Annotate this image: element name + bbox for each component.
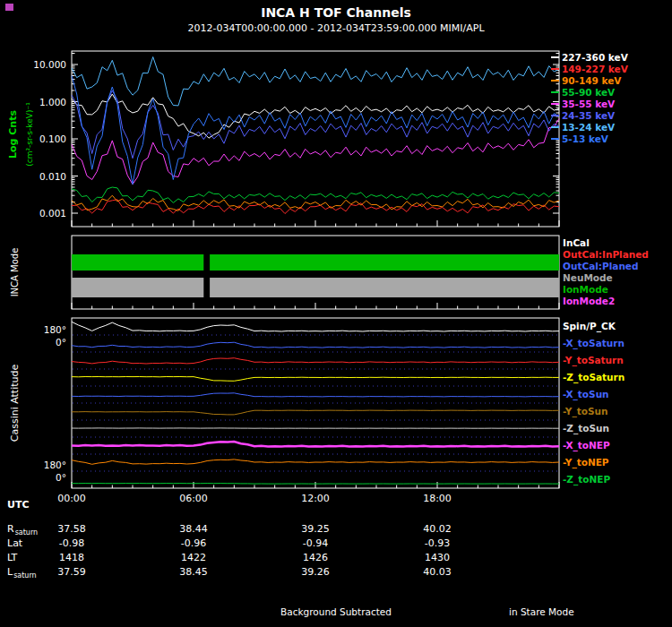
stare-mode-note: in Stare Mode: [509, 606, 574, 617]
attitude-series--Y_toSun: [72, 410, 559, 415]
counts-series-13-24 keV: [72, 57, 559, 106]
plot-canvas: [0, 0, 672, 627]
mode-frame: [72, 236, 559, 309]
attitude-series--Z_toSaturn: [72, 377, 559, 382]
attitude-series--Z_toNEP: [72, 484, 559, 485]
attitude-series-Spin/P_CK: [72, 322, 559, 331]
attitude-series--X_toSaturn: [72, 342, 559, 348]
attitude-series--Y_toSaturn: [72, 358, 559, 364]
mode-bar-IonMode: [210, 254, 559, 271]
counts-yaxis-units-label: (cm²-sr-s-keV)⁻¹: [25, 102, 34, 167]
attitude-yaxis-label: Cassini Attitude: [9, 365, 21, 442]
attitude-series--X_toSun: [72, 393, 559, 397]
counts-yaxis-label: Log Cnts: [7, 110, 19, 159]
mode-yaxis-label: INCA Mode: [10, 248, 20, 297]
mode-bar-NeuMode: [72, 278, 203, 297]
mode-bar-IonMode: [72, 254, 203, 271]
attitude-series--Y_toNEP: [72, 460, 559, 464]
inca-tof-plot-page: INCA H TOF Channels 2012-034T00:00:00.00…: [0, 0, 672, 627]
utc-axis-label: UTC: [7, 499, 30, 511]
counts-series-24-35 keV: [72, 90, 559, 159]
mode-bar-NeuMode: [210, 278, 559, 297]
counts-series-55-90 keV: [72, 187, 559, 202]
attitude-series--X_toNEP: [72, 442, 559, 447]
